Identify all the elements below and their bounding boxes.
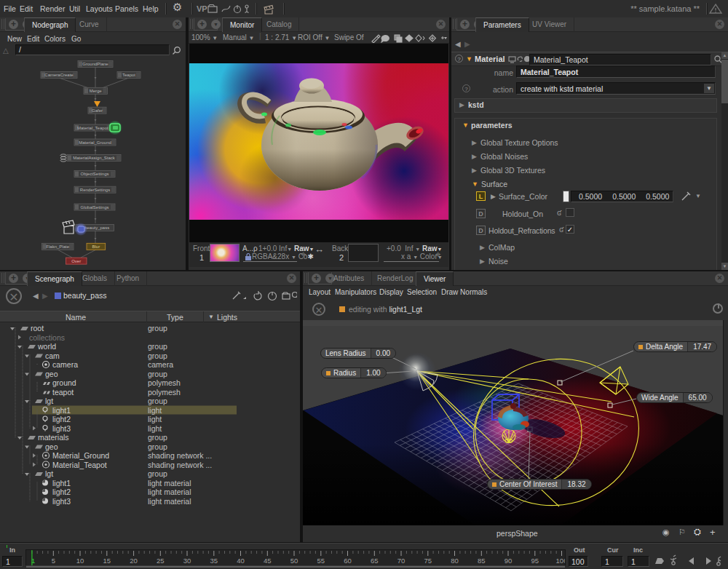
svg-text:100: 100 bbox=[556, 557, 565, 565]
svg-text:Merge: Merge bbox=[90, 89, 103, 93]
svg-text:light: light bbox=[148, 415, 162, 423]
svg-text:Material_Ground: Material_Ground bbox=[79, 140, 111, 145]
svg-text:ObjectSettings: ObjectSettings bbox=[80, 172, 108, 176]
svg-text:camera: camera bbox=[52, 360, 78, 369]
svg-text:cam: cam bbox=[45, 351, 60, 360]
svg-text:15: 15 bbox=[103, 557, 111, 565]
svg-text:Blur: Blur bbox=[92, 244, 100, 249]
svg-text:camera: camera bbox=[148, 360, 173, 369]
svg-text:1: 1 bbox=[31, 557, 35, 565]
svg-text:85: 85 bbox=[478, 557, 486, 565]
svg-text:Material_Teapot: Material_Teapot bbox=[52, 461, 107, 469]
svg-text:geo: geo bbox=[45, 370, 58, 378]
svg-text:light: light bbox=[148, 424, 162, 433]
svg-text:25: 25 bbox=[157, 557, 165, 565]
svg-text:5: 5 bbox=[52, 557, 55, 565]
svg-text:90: 90 bbox=[505, 557, 513, 565]
svg-text:50: 50 bbox=[290, 557, 298, 565]
svg-text:group: group bbox=[148, 442, 167, 451]
svg-text:Material_Ground: Material_Ground bbox=[52, 451, 109, 460]
svg-text:lgt: lgt bbox=[45, 397, 53, 405]
svg-text:beauty_pass: beauty_pass bbox=[84, 226, 109, 230]
svg-text:collections: collections bbox=[29, 333, 65, 342]
svg-text:Over: Over bbox=[71, 259, 81, 263]
svg-text:group: group bbox=[148, 324, 167, 333]
svg-text:light3: light3 bbox=[52, 424, 71, 433]
svg-text:70: 70 bbox=[397, 557, 405, 565]
svg-text:light material: light material bbox=[148, 488, 191, 496]
svg-text:35: 35 bbox=[210, 557, 218, 565]
svg-text:CameraCreate: CameraCreate bbox=[44, 73, 74, 77]
svg-text:40: 40 bbox=[237, 557, 245, 565]
svg-text:world: world bbox=[37, 342, 56, 351]
svg-text:75: 75 bbox=[424, 557, 432, 565]
svg-text:55: 55 bbox=[317, 557, 325, 565]
svg-text:GlobalSettings: GlobalSettings bbox=[80, 205, 108, 210]
svg-text:Teapot: Teapot bbox=[122, 73, 135, 77]
svg-text:10: 10 bbox=[76, 557, 84, 565]
svg-text:30: 30 bbox=[183, 557, 191, 565]
svg-text:group: group bbox=[148, 351, 167, 360]
svg-text:materials: materials bbox=[38, 433, 69, 442]
svg-text:Material_Teapot: Material_Teapot bbox=[77, 126, 108, 130]
svg-text:group: group bbox=[148, 370, 167, 378]
svg-text:light2: light2 bbox=[52, 488, 71, 496]
svg-text:light1: light1 bbox=[52, 479, 71, 488]
svg-text:group: group bbox=[148, 433, 167, 442]
svg-text:group: group bbox=[148, 469, 167, 478]
svg-text:MaterialAssign_Stack: MaterialAssign_Stack bbox=[73, 156, 116, 160]
svg-text:20: 20 bbox=[130, 557, 138, 565]
svg-text:45: 45 bbox=[264, 557, 272, 565]
svg-text:RenderSettings: RenderSettings bbox=[80, 188, 110, 192]
svg-text:60: 60 bbox=[344, 557, 352, 565]
svg-text:root: root bbox=[31, 324, 44, 333]
svg-text:shading network ...: shading network ... bbox=[148, 451, 212, 460]
svg-text:light1: light1 bbox=[52, 406, 71, 415]
svg-text:polymesh: polymesh bbox=[148, 388, 181, 397]
svg-text:group: group bbox=[148, 397, 167, 405]
svg-text:lgt: lgt bbox=[45, 469, 53, 478]
svg-text:group: group bbox=[148, 342, 167, 351]
svg-text:ground: ground bbox=[52, 378, 76, 387]
svg-text:light material: light material bbox=[148, 479, 191, 488]
svg-text:light2: light2 bbox=[52, 415, 71, 423]
svg-text:80: 80 bbox=[451, 557, 459, 565]
svg-text:light: light bbox=[148, 406, 162, 415]
svg-text:Flakn_Plate: Flakn_Plate bbox=[46, 244, 69, 249]
svg-text:teapot: teapot bbox=[52, 388, 74, 397]
svg-text:shading network ...: shading network ... bbox=[148, 461, 212, 469]
svg-text:95: 95 bbox=[531, 557, 539, 565]
svg-text:GroundPlane: GroundPlane bbox=[82, 62, 108, 66]
svg-text:65: 65 bbox=[371, 557, 379, 565]
svg-text:polymesh: polymesh bbox=[148, 378, 181, 387]
svg-text:Gafer: Gafer bbox=[92, 108, 103, 113]
svg-text:geo: geo bbox=[45, 442, 58, 451]
svg-text:light3: light3 bbox=[52, 497, 71, 506]
svg-text:light material: light material bbox=[148, 497, 191, 506]
